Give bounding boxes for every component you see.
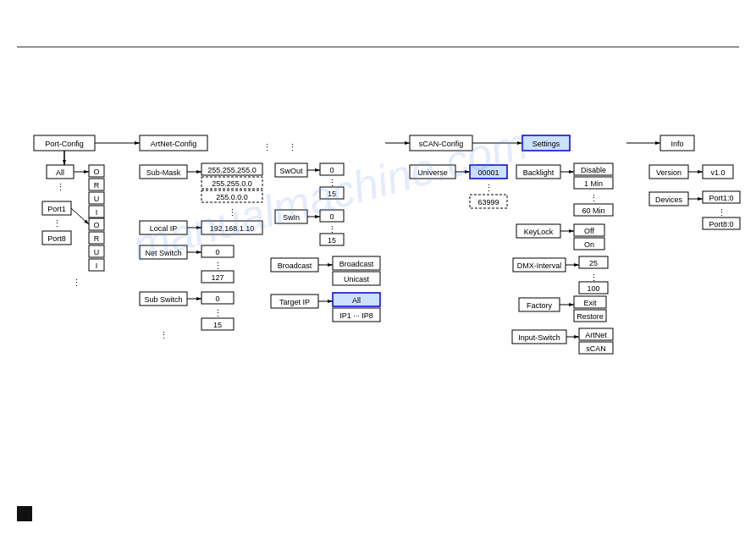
local-ip-label: Local IP <box>150 224 178 233</box>
port-dots: ⋮ <box>56 182 65 192</box>
target-ip-all: All <box>352 296 361 305</box>
keylock-label: KeyLock <box>524 228 554 236</box>
diagram-svg: Port-Config All O R U I ⋮ Port1 ⋮ Port8 <box>8 51 748 525</box>
universe-val1: 00001 <box>477 168 499 177</box>
port-u: U <box>94 248 100 256</box>
page-container: manualmachine.com Port-Config All O R U … <box>0 0 756 534</box>
all-u: U <box>94 195 100 203</box>
dmx-interval-label: DMX-Interval <box>517 261 562 270</box>
target-ip-range: IP1 ··· IP8 <box>339 311 373 320</box>
swin-label: SwIn <box>283 213 300 222</box>
version-val: v1.0 <box>710 168 725 177</box>
factory-label: Factory <box>527 301 553 310</box>
net-switch-val1: 0 <box>215 248 219 256</box>
swout-dots: ⋮ <box>328 178 337 188</box>
port-i: I <box>96 261 98 270</box>
port1-label: Port1 <box>47 205 66 213</box>
submask-val3: 255.0.0.0 <box>216 193 248 201</box>
backlight-label: Backlight <box>523 168 555 177</box>
keylock-on: On <box>584 240 594 249</box>
sub-switch-val1: 0 <box>215 295 219 303</box>
input-switch-label: Input-Switch <box>518 333 560 342</box>
universe-val2: 63999 <box>477 198 499 206</box>
all-label: All <box>56 168 64 177</box>
mid-dots: ⋮ <box>262 142 272 152</box>
scan-config-label: sCAN-Config <box>419 140 464 148</box>
keylock-off: Off <box>584 227 594 235</box>
artnet-config-label: ArtNet-Config <box>151 140 197 148</box>
swin-dots: ⋮ <box>328 224 337 234</box>
swout-val2: 15 <box>328 190 336 198</box>
artnet-dots1: ⋮ <box>228 207 237 217</box>
bottom-square <box>17 506 32 521</box>
input-scan: sCAN <box>586 344 606 353</box>
devices-dots: ⋮ <box>717 207 726 217</box>
port-o: O <box>93 221 99 229</box>
backlight-dots: ⋮ <box>589 193 599 203</box>
co-min-label: 60 Min <box>582 206 604 215</box>
net-switch-val2: 127 <box>211 273 223 282</box>
swout-top-dots: ⋮ <box>288 142 297 152</box>
swin-val1: 0 <box>329 212 334 221</box>
input-artnet: ArtNet <box>585 331 607 339</box>
factory-restore: Restore <box>577 312 604 321</box>
sub-switch-label: Sub Switch <box>144 295 182 304</box>
devices-label: Devices <box>655 195 683 204</box>
dmx-dots: ⋮ <box>589 273 599 283</box>
local-ip-val: 192.168.1.10 <box>210 224 255 233</box>
port-config-label: Port-Config <box>45 140 84 148</box>
port8-label: Port8 <box>47 234 66 243</box>
net-switch-label: Net Switch <box>145 249 181 257</box>
swout-val1: 0 <box>329 166 334 174</box>
factory-exit: Exit <box>583 299 597 307</box>
svg-line-12 <box>71 208 89 224</box>
sub-switch-val2: 15 <box>213 321 222 329</box>
sub-mask-label: Sub-Mask <box>146 168 181 177</box>
swout-label: SwOut <box>279 167 303 175</box>
info-label: Info <box>670 140 683 148</box>
submask-val1: 255.255.255.0 <box>207 166 257 174</box>
all-o: O <box>93 168 99 176</box>
port-r: R <box>94 234 100 243</box>
swin-val2: 15 <box>328 236 336 245</box>
port1-dots: ⋮ <box>52 218 62 228</box>
net-switch-dots: ⋮ <box>213 261 223 271</box>
settings-label: Settings <box>533 140 560 148</box>
submask-val2: 255.255.0.0 <box>212 179 252 188</box>
devices-val2: Port8:0 <box>709 220 733 228</box>
sub-switch-bottom-dots: ⋮ <box>159 330 168 340</box>
dmx-val2: 100 <box>587 284 599 293</box>
universe-dots: ⋮ <box>484 183 494 193</box>
sub-switch-dots: ⋮ <box>213 308 223 318</box>
universe-label: Universe <box>417 168 448 177</box>
dmx-val1: 25 <box>589 259 598 267</box>
unicast-opt: Unicast <box>344 275 370 284</box>
backlight-disable: Disable <box>581 166 606 174</box>
devices-val1: Port1:0 <box>709 194 733 202</box>
target-ip-label: Target IP <box>279 298 310 306</box>
backlight-1min: 1 Min <box>584 179 603 188</box>
all-r: R <box>94 181 100 190</box>
broadcast-opt: Broadcast <box>339 260 374 268</box>
all-i: I <box>96 208 98 217</box>
bottom-dots: ⋮ <box>72 278 81 288</box>
top-rule <box>17 47 739 47</box>
version-label: Version <box>656 168 682 177</box>
broadcast-label: Broadcast <box>278 261 312 270</box>
